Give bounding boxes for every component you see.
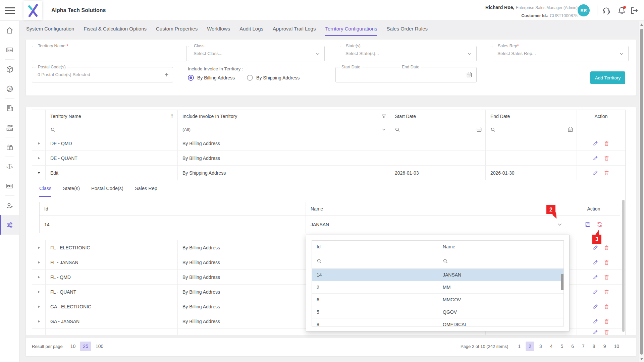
edit-icon[interactable] <box>593 274 598 280</box>
table-horizontal-scroll-track[interactable] <box>26 335 636 338</box>
page-4[interactable]: 4 <box>547 342 556 351</box>
calendar-icon[interactable] <box>466 72 472 78</box>
row-expander[interactable] <box>32 299 46 314</box>
edit-icon[interactable] <box>593 318 598 324</box>
col-invoice-type[interactable]: Include Invoice In Territory <box>178 110 390 123</box>
row-expander[interactable] <box>32 314 46 328</box>
cancel-refresh-icon[interactable] <box>596 221 603 228</box>
scrollbar-up-arrow[interactable] <box>640 23 643 26</box>
sidebar-item-company[interactable] <box>0 99 19 118</box>
col-end-date[interactable]: End Date <box>486 110 577 123</box>
delete-icon[interactable] <box>604 274 609 280</box>
sidebar-item-products[interactable] <box>0 60 19 79</box>
hamburger-menu-icon[interactable] <box>5 7 15 14</box>
sidebar-item-users[interactable] <box>0 196 19 215</box>
states-select[interactable]: State(s) Select State(s)... <box>340 46 477 61</box>
chevron-down-icon[interactable] <box>467 51 472 56</box>
calendar-icon[interactable] <box>568 127 573 132</box>
page-9[interactable]: 9 <box>600 342 609 351</box>
delete-icon[interactable] <box>604 318 609 324</box>
avatar[interactable]: RR <box>578 4 590 16</box>
nav-tab-workflows[interactable]: Workflows <box>207 21 230 36</box>
nav-tab-fiscal-calculation-options[interactable]: Fiscal & Calculation Options <box>84 21 147 36</box>
page-2[interactable]: 2 <box>526 342 534 351</box>
edit-icon[interactable] <box>593 245 598 250</box>
page-size-25[interactable]: 25 <box>80 342 91 351</box>
sidebar-item-reports[interactable] <box>0 176 19 196</box>
sidebar-item-purchases[interactable] <box>0 137 19 157</box>
radio-by-billing-address[interactable]: By Billing Address <box>188 75 235 81</box>
nav-tab-custom-properties[interactable]: Custom Properties <box>156 21 198 36</box>
page-3[interactable]: 3 <box>536 342 545 351</box>
delete-icon[interactable] <box>604 155 609 161</box>
territory-row[interactable]: DE - QUANTBy Billing Address <box>32 151 625 166</box>
scrollbar-thumb[interactable] <box>640 29 643 355</box>
expand-row-icon[interactable] <box>38 142 40 145</box>
edit-icon[interactable] <box>593 140 598 146</box>
sort-asc-icon[interactable]: ↑ <box>170 113 174 119</box>
table-vertical-scrollbar[interactable] <box>622 200 625 332</box>
row-expander[interactable] <box>32 285 46 299</box>
sales-rep-select[interactable]: Sales Rep* Select Sales Rep... <box>492 46 629 61</box>
sidebar-item-home[interactable] <box>0 21 19 40</box>
radio-circle-icon[interactable] <box>247 75 253 81</box>
start-date-filter[interactable] <box>390 123 486 136</box>
expand-row-icon[interactable] <box>38 320 40 323</box>
save-icon[interactable] <box>585 221 591 228</box>
notifications-bell-icon[interactable] <box>617 6 626 15</box>
class-name-dropdown[interactable]: JANSAN <box>306 216 568 233</box>
sidebar-item-billing[interactable] <box>0 118 19 137</box>
radio-circle-icon[interactable] <box>188 75 194 81</box>
chevron-down-icon[interactable] <box>381 127 386 132</box>
territory-name-search[interactable] <box>46 123 178 136</box>
delete-icon[interactable] <box>604 170 609 176</box>
sidebar-item-territory-settings[interactable] <box>0 215 19 235</box>
chevron-down-icon[interactable] <box>315 51 320 56</box>
edit-icon[interactable] <box>593 259 598 265</box>
chevron-down-icon[interactable] <box>557 222 562 227</box>
nav-tab-sales-order-rules[interactable]: Sales Order Rules <box>386 21 428 36</box>
add-territory-button[interactable]: Add Territory <box>590 71 625 84</box>
row-expander[interactable] <box>32 255 46 269</box>
sidebar-item-pricing[interactable]: $ <box>0 79 19 99</box>
chevron-down-icon[interactable] <box>619 51 624 56</box>
territory-name-field[interactable]: Territory Name * <box>32 46 187 61</box>
row-expander[interactable] <box>32 329 46 335</box>
edit-icon[interactable] <box>593 304 598 309</box>
nav-tab-audit-logs[interactable]: Audit Logs <box>239 21 263 36</box>
page-size-10[interactable]: 10 <box>67 342 79 351</box>
expand-row-icon[interactable] <box>38 291 40 293</box>
detail-tab-sales-rep[interactable]: Sales Rep <box>135 186 157 197</box>
edit-icon[interactable] <box>593 170 598 176</box>
col-start-date[interactable]: Start Date <box>390 110 486 123</box>
expand-row-icon[interactable] <box>38 157 40 160</box>
class-select[interactable]: Class Select Class... <box>188 46 325 61</box>
nav-tab-territory-configurations[interactable]: Territory Configurations <box>325 21 377 36</box>
row-expander[interactable] <box>32 136 46 150</box>
territory-row[interactable]: EditBy Shipping Address2026-01-032026-01… <box>32 166 625 180</box>
row-expander[interactable] <box>32 151 46 165</box>
scrollbar-down-arrow[interactable] <box>640 358 643 360</box>
page-8[interactable]: 8 <box>590 342 598 351</box>
edit-icon[interactable] <box>593 289 598 295</box>
page-7[interactable]: 7 <box>579 342 588 351</box>
class-option-row[interactable]: 6MMGOV <box>312 294 564 306</box>
page-5[interactable]: 5 <box>557 342 566 351</box>
expand-row-icon[interactable] <box>38 261 40 264</box>
class-option-row[interactable]: 8QMEDICAL <box>312 318 564 326</box>
collapse-row-icon[interactable] <box>38 172 40 174</box>
nav-tab-approval-trail-logs[interactable]: Approval Trail Logs <box>273 21 316 36</box>
dropdown-name-search[interactable] <box>438 253 564 268</box>
delete-icon[interactable] <box>604 140 609 146</box>
delete-icon[interactable] <box>604 289 609 295</box>
territory-row[interactable]: DE - QMDBy Billing Address <box>32 136 625 151</box>
dropdown-id-search[interactable] <box>312 253 438 268</box>
nav-tab-system-configuration[interactable]: System Configuration <box>26 21 74 36</box>
class-option-row[interactable]: 14JANSAN <box>312 269 564 281</box>
page-scrollbar[interactable] <box>639 21 644 362</box>
support-headset-icon[interactable] <box>602 6 611 15</box>
app-logo[interactable] <box>23 1 42 20</box>
delete-icon[interactable] <box>604 304 609 309</box>
add-postal-codes-button[interactable]: + <box>160 67 173 82</box>
col-territory-name[interactable]: Territory Name↑ <box>46 110 178 123</box>
